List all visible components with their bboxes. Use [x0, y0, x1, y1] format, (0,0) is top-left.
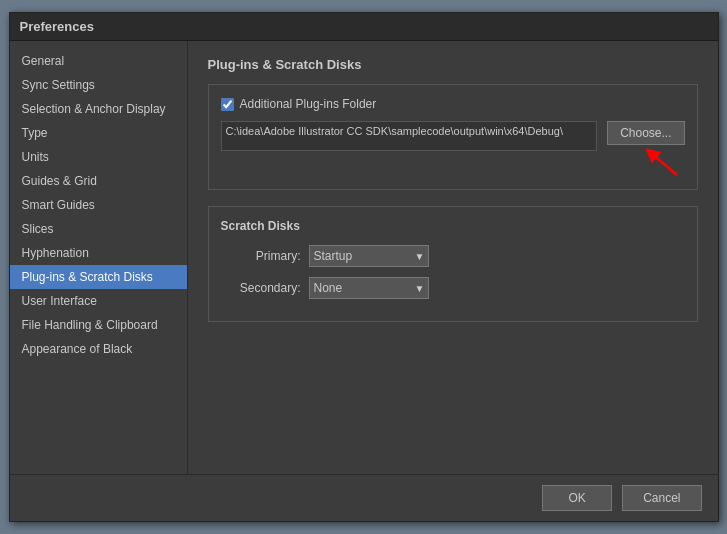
- path-row: C:\idea\Adobe Illustrator CC SDK\samplec…: [221, 121, 685, 177]
- svg-line-1: [651, 153, 677, 175]
- sidebar-item-hyphenation[interactable]: Hyphenation: [10, 241, 187, 265]
- sidebar-item-plugins-scratch[interactable]: Plug-ins & Scratch Disks: [10, 265, 187, 289]
- dialog-title: Preferences: [20, 19, 94, 34]
- choose-button[interactable]: Choose...: [607, 121, 684, 145]
- sidebar-item-selection-anchor[interactable]: Selection & Anchor Display: [10, 97, 187, 121]
- scratch-panel: Scratch Disks Primary: Startup None C: D…: [208, 206, 698, 322]
- title-bar: Preferences: [10, 13, 718, 41]
- secondary-label: Secondary:: [221, 281, 301, 295]
- dialog-footer: OK Cancel: [10, 474, 718, 521]
- sidebar-item-file-handling[interactable]: File Handling & Clipboard: [10, 313, 187, 337]
- checkbox-row: Additional Plug-ins Folder: [221, 97, 685, 111]
- dialog-body: GeneralSync SettingsSelection & Anchor D…: [10, 41, 718, 474]
- sidebar-item-units[interactable]: Units: [10, 145, 187, 169]
- ok-button[interactable]: OK: [542, 485, 612, 511]
- sidebar-item-user-interface[interactable]: User Interface: [10, 289, 187, 313]
- secondary-row: Secondary: None Startup C: D: ▼: [221, 277, 685, 299]
- cancel-button[interactable]: Cancel: [622, 485, 701, 511]
- sidebar-item-guides-grid[interactable]: Guides & Grid: [10, 169, 187, 193]
- scratch-title: Scratch Disks: [221, 219, 685, 233]
- primary-select-wrapper: Startup None C: D: ▼: [309, 245, 429, 267]
- sidebar: GeneralSync SettingsSelection & Anchor D…: [10, 41, 188, 474]
- primary-select[interactable]: Startup None C: D:: [309, 245, 429, 267]
- primary-label: Primary:: [221, 249, 301, 263]
- primary-row: Primary: Startup None C: D: ▼: [221, 245, 685, 267]
- section-title: Plug-ins & Scratch Disks: [208, 57, 698, 72]
- sidebar-item-sync-settings[interactable]: Sync Settings: [10, 73, 187, 97]
- sidebar-item-general[interactable]: General: [10, 49, 187, 73]
- sidebar-item-type[interactable]: Type: [10, 121, 187, 145]
- sidebar-item-slices[interactable]: Slices: [10, 217, 187, 241]
- secondary-select[interactable]: None Startup C: D:: [309, 277, 429, 299]
- additional-plugins-checkbox[interactable]: [221, 98, 234, 111]
- preferences-dialog: Preferences GeneralSync SettingsSelectio…: [9, 12, 719, 522]
- sidebar-item-smart-guides[interactable]: Smart Guides: [10, 193, 187, 217]
- sidebar-item-appearance-black[interactable]: Appearance of Black: [10, 337, 187, 361]
- content-area: Plug-ins & Scratch Disks Additional Plug…: [188, 41, 718, 474]
- path-text: C:\idea\Adobe Illustrator CC SDK\samplec…: [221, 121, 598, 151]
- plugins-panel: Additional Plug-ins Folder C:\idea\Adobe…: [208, 84, 698, 190]
- secondary-select-wrapper: None Startup C: D: ▼: [309, 277, 429, 299]
- arrow-indicator: [641, 147, 681, 177]
- checkbox-label: Additional Plug-ins Folder: [240, 97, 377, 111]
